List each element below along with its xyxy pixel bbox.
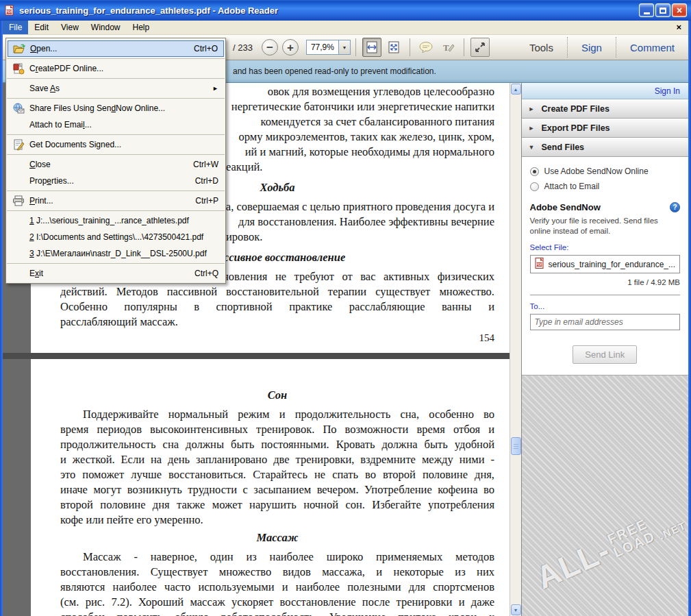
notification-text: and has been opened read-only to prevent… (233, 66, 436, 76)
scroll-down-icon[interactable]: ▼ (511, 604, 521, 615)
sign-in-bar: Sign In (522, 83, 688, 99)
menu-item-print[interactable]: Print...Ctrl+P (6, 193, 225, 209)
menu-help[interactable]: Help (127, 21, 156, 34)
menu-item-properties[interactable]: Properties...Ctrl+D (6, 173, 225, 189)
scroll-up-icon[interactable]: ▲ (511, 84, 521, 95)
tab-comment[interactable]: Comment (616, 42, 688, 53)
panel-header-label: Send Files (542, 143, 585, 152)
menu-item-label: Open... (30, 44, 57, 53)
fit-page-icon (387, 40, 401, 54)
menu-separator (7, 134, 225, 135)
fit-page-button[interactable] (384, 38, 403, 57)
document-line: расслабляющий массаж. (60, 315, 494, 330)
maximize-button[interactable] (655, 3, 670, 17)
menu-item-get-documents-signed[interactable]: Get Documents Signed... (6, 136, 225, 153)
document-line: восстановления. Существует множество вид… (60, 565, 494, 580)
window-border-left (0, 21, 3, 616)
menubar-close-icon[interactable]: × (676, 21, 688, 34)
document-line: способен повысить общую работоспособност… (60, 610, 494, 616)
menu-item-recent-file-1[interactable]: 1 J:...\serious_training_...rance_athlet… (6, 212, 225, 229)
radio-sendnow-label: Use Adobe SendNow Online (544, 167, 649, 176)
zoom-in-button[interactable]: + (282, 39, 299, 56)
zoom-dropdown-arrow-icon[interactable]: ▼ (338, 40, 350, 54)
document-line: иначе могут возникнуть трудности с засып… (60, 482, 494, 497)
fit-width-button[interactable] (362, 38, 381, 57)
all-free-load-watermark: ALL- FREE LOAD .NET (531, 501, 688, 593)
folder-open-icon (11, 42, 27, 55)
email-addresses-input[interactable]: Type in email addresses (530, 314, 680, 330)
svg-text:T: T (443, 42, 449, 53)
menu-item-recent-file-2[interactable]: 2 I:\Documents and Settings\...\42735004… (6, 229, 225, 245)
menu-item-shortcut: Ctrl+P (195, 196, 218, 206)
pdf-page-155: СонПоддерживайте нормальный режим и прод… (31, 359, 516, 616)
selected-file-box[interactable]: PDF serious_training_for_endurance_... (530, 255, 680, 273)
page-number: 154 (60, 332, 494, 344)
tools-sidebar: Sign In ►Create PDF Files►Export PDF Fil… (521, 83, 688, 616)
radio-email-label: Attach to Email (544, 182, 600, 191)
document-heading: Сон (60, 388, 494, 403)
menu-view[interactable]: View (55, 21, 85, 34)
menu-item-share-files-sendnow[interactable]: Share Files Using SendNow Online... (6, 100, 225, 116)
menu-item-label: Exit (29, 269, 43, 278)
send-link-button[interactable]: Send Link (573, 345, 637, 364)
radio-unselected-icon[interactable] (530, 182, 539, 191)
radio-attach-email[interactable]: Attach to Email (530, 179, 680, 194)
document-heading: Массаж (60, 530, 494, 545)
menu-edit[interactable]: Edit (28, 21, 55, 34)
menu-item-exit[interactable]: ExitCtrl+Q (6, 265, 225, 282)
menu-window[interactable]: Window (85, 21, 127, 34)
menu-item-attach-to-email[interactable]: Attach to Email... (6, 116, 225, 133)
sendnow-icon (10, 102, 27, 114)
menu-file[interactable]: File (3, 21, 28, 34)
document-line: это поможет лучше восстановиться. Старай… (60, 467, 494, 482)
radio-selected-icon[interactable] (530, 167, 539, 176)
sign-in-link[interactable]: Sign In (655, 86, 680, 96)
close-button[interactable]: × (672, 3, 687, 17)
zoom-out-button[interactable]: − (262, 39, 278, 56)
document-line: время периодов высокоинтенсивных трениро… (60, 422, 494, 437)
panel-header-export-pdf-files[interactable]: ►Export PDF Files (522, 119, 688, 138)
toolbar-separator (410, 38, 410, 56)
scrollbar-thumb[interactable] (511, 437, 521, 455)
window-border-right (688, 21, 691, 616)
fullscreen-button[interactable] (470, 38, 490, 57)
tab-sign[interactable]: Sign (568, 42, 616, 53)
menu-item-open[interactable]: Open...Ctrl+O (8, 40, 224, 57)
file-meta: 1 file / 4.92 MB (530, 278, 680, 286)
adobe-reader-window: PDF serious_training_for_endurance_athle… (0, 0, 691, 616)
vertical-scrollbar[interactable]: ▲ ▼ (510, 83, 521, 616)
submenu-arrow-icon: ► (212, 85, 218, 92)
minimize-button[interactable] (639, 3, 654, 17)
chevron-right-icon: ► (529, 125, 536, 132)
menu-item-close[interactable]: CloseCtrl+W (6, 156, 225, 173)
file-menu-dropdown: Open...Ctrl+OCreatePDF Online...Save As►… (5, 38, 226, 284)
sticky-note-button[interactable] (416, 38, 436, 57)
menu-item-save-as[interactable]: Save As► (6, 80, 225, 97)
menu-item-no-icon (10, 158, 27, 171)
menu-item-shortcut: Ctrl+D (195, 176, 218, 186)
zoom-level-combo[interactable]: 77,9% ▼ (306, 40, 351, 55)
document-line: Поддерживайте нормальный режим и продолж… (60, 407, 494, 422)
divider (530, 295, 680, 295)
menu-item-recent-file-3[interactable]: 3 J:\E\Мегалаин\nastr_D_Link__DSL-2500U.… (6, 245, 225, 262)
menu-item-createpdf-online[interactable]: CreatePDF Online... (6, 60, 225, 77)
text-annotation-button[interactable]: T (438, 38, 457, 57)
sidebar-empty-area: ALL- FREE LOAD .NET (522, 375, 688, 616)
svg-text:PDF: PDF (6, 10, 13, 14)
window-title: serious_training_for_endurance_athletes.… (19, 5, 278, 16)
menu-item-label: 3 J:\E\Мегалаин\nastr_D_Link__DSL-2500U.… (29, 249, 207, 258)
sign-doc-icon (10, 138, 27, 151)
menu-separator (7, 78, 225, 79)
tab-tools[interactable]: Tools (516, 42, 567, 53)
menu-item-label: 1 J:...\serious_training_...rance_athlet… (29, 216, 189, 225)
panel-header-create-pdf-files[interactable]: ►Create PDF Files (522, 99, 688, 119)
menu-item-label: Save As (29, 84, 60, 93)
menu-item-label: Share Files Using SendNow Online... (29, 103, 165, 113)
document-line: Особенно популярны в спортивной практике… (60, 299, 494, 315)
radio-use-sendnow[interactable]: Use Adobe SendNow Online (530, 164, 680, 179)
panel-header-send-files[interactable]: ▼Send Files (522, 138, 688, 157)
menu-separator (7, 263, 225, 264)
toolbar-separator (355, 38, 356, 56)
menu-item-label: Attach to Email... (29, 120, 92, 130)
help-icon[interactable]: ? (670, 202, 680, 212)
